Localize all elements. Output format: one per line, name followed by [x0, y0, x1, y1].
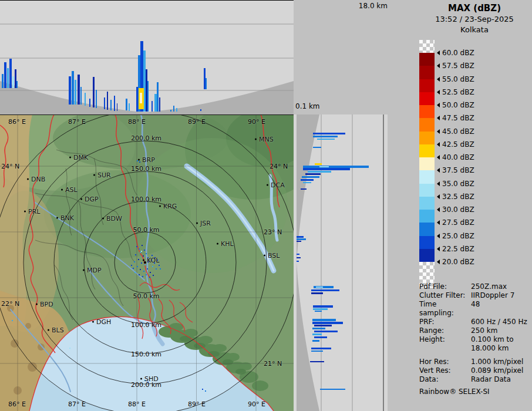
city-dot-icon: [143, 260, 144, 261]
echo-bar: [297, 238, 306, 240]
metadata-label: Hor Res:: [419, 358, 471, 366]
scale-tick-label: 42.5 dBZ: [442, 140, 474, 149]
metadata-row: Range:250 km: [419, 326, 532, 335]
city-marker: BLS: [48, 326, 64, 334]
city-marker: KHL: [217, 240, 234, 248]
scale-tick-label: 57.5 dBZ: [442, 62, 474, 70]
metadata-row: Vert Res:0.089 km/pixel: [419, 366, 532, 375]
scale-tick-label: 60.0 dBZ: [442, 49, 474, 57]
metadata-row: Clutter Filter:IIRDoppler 7: [419, 291, 532, 300]
echo-bar: [170, 110, 171, 112]
scale-tick-label: 55.0 dBZ: [442, 75, 474, 83]
echo-bar: [312, 328, 325, 329]
scale-color-block: [419, 105, 435, 118]
radar-workstation-display: 86° E86° E87° E87° E88° E88° E89° E89° E…: [0, 0, 532, 411]
metadata-value: 48: [471, 300, 532, 318]
scale-tick: 52.5 dBZ: [437, 88, 474, 96]
metadata-row: Pdf File:250Z.max: [419, 282, 532, 291]
echo-bar: [147, 81, 149, 112]
echo-bar: [78, 75, 80, 105]
echo-bar: [117, 103, 117, 111]
scale-color-block: [419, 53, 435, 66]
echo-bar: [96, 90, 97, 108]
metadata-label: Vert Res:: [419, 366, 471, 375]
scale-tick-label: 32.5 dBZ: [442, 193, 474, 201]
echo-bar: [89, 99, 90, 107]
city-dot-icon: [27, 178, 29, 180]
scale-overflow-checker-top: [419, 40, 435, 53]
scale-tick-arrow-icon: [437, 194, 440, 199]
echo-bar: [313, 136, 338, 137]
echo-bar: [12, 76, 14, 88]
city-dot-icon: [36, 304, 38, 305]
echo-bar: [313, 147, 321, 148]
scale-tick-label: 52.5 dBZ: [442, 88, 474, 96]
scale-tick-label: 40.0 dBZ: [442, 153, 474, 161]
product-timestamp: 13:52 / 23-Sep-2025: [417, 15, 532, 23]
echo-bar: [312, 322, 343, 324]
scale-tick-arrow-icon: [437, 129, 440, 134]
echo-bar: [319, 166, 329, 167]
city-label: DCA: [271, 181, 285, 189]
city-marker: KOL: [143, 257, 159, 264]
echo-bar: [107, 92, 108, 110]
range-ring-label: 150.0 km: [131, 351, 161, 358]
scale-color-block: [419, 197, 435, 210]
echo-bar: [313, 133, 345, 134]
echo-bar: [176, 108, 177, 112]
longitude-label: 87° E: [68, 118, 86, 126]
latitude-label: 22° N: [1, 300, 19, 308]
scale-color-block: [419, 92, 435, 105]
scale-tick: 37.5 dBZ: [437, 166, 474, 174]
echo-bar: [104, 97, 105, 109]
range-ring-label: 200.0 km: [131, 134, 161, 142]
city-marker: DMK: [69, 154, 88, 161]
scale-tick-label: 50.0 dBZ: [442, 101, 474, 109]
city-marker: BSL: [264, 252, 280, 260]
scale-tick-label: 27.5 dBZ: [442, 218, 474, 227]
scale-color-block: [419, 184, 435, 197]
scale-tick-label: 20.0 dBZ: [442, 258, 474, 266]
city-dot-icon: [93, 174, 95, 176]
echo-bar: [297, 254, 299, 255]
echo-bar: [305, 173, 321, 175]
scale-tick-arrow-icon: [437, 50, 440, 55]
scale-color-block: [419, 79, 435, 92]
scale-tick: 57.5 dBZ: [437, 62, 474, 70]
city-marker: BPD: [36, 301, 53, 308]
range-ring-label: 50.0 km: [133, 292, 159, 300]
metadata-row: Hor Res:1.000 km/pixel: [419, 358, 532, 366]
city-label: BSL: [268, 252, 280, 260]
echo-bar: [2, 74, 4, 88]
longitude-label: 88° E: [128, 118, 146, 126]
scale-tick-arrow-icon: [437, 90, 440, 95]
longitude-label: 90° E: [248, 400, 265, 408]
echo-bar: [151, 101, 153, 112]
city-dot-icon: [267, 184, 268, 186]
scale-tick-label: 22.5 dBZ: [442, 245, 474, 253]
scale-tick-arrow-icon: [437, 234, 440, 238]
scale-tick-label: 30.0 dBZ: [442, 206, 474, 214]
echo-bar: [311, 289, 339, 291]
echo-bar: [308, 171, 331, 173]
height-axis-max-label: 18.0 km: [351, 2, 388, 10]
scale-tick-label: 35.0 dBZ: [442, 180, 474, 188]
longitude-label: 86° E: [8, 118, 26, 126]
echo-bar: [9, 59, 12, 88]
echo-bar: [301, 188, 307, 190]
city-marker: SUR: [93, 171, 111, 179]
scale-tick: 47.5 dBZ: [437, 114, 474, 122]
city-label: BPD: [40, 301, 53, 308]
ew-height-cross-section: [0, 0, 294, 114]
city-marker: DGP: [80, 196, 99, 203]
longitude-label: 89° E: [188, 118, 206, 126]
city-label: DMK: [73, 154, 88, 161]
city-dot-icon: [56, 217, 58, 219]
city-label: BLS: [52, 326, 64, 334]
city-label: DGP: [85, 196, 99, 203]
scale-color-block: [419, 210, 435, 223]
city-label: DGH: [96, 318, 111, 326]
city-dot-icon: [69, 157, 71, 159]
scale-color-block: [419, 66, 435, 79]
echo-bar: [312, 333, 322, 335]
